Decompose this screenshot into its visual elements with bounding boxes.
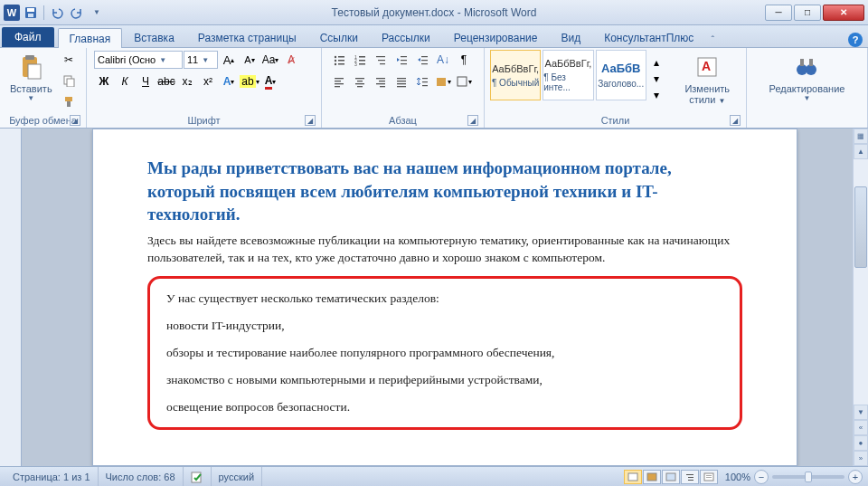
- tab-view[interactable]: Вид: [549, 27, 592, 47]
- line-spacing-icon[interactable]: [412, 71, 432, 91]
- zoom-out-button[interactable]: −: [754, 470, 769, 484]
- framed-line[interactable]: знакомство с новыми компьютерными и пери…: [166, 373, 723, 387]
- style-heading1[interactable]: АаБбВ Заголово...: [596, 50, 646, 100]
- view-print-layout-icon[interactable]: [624, 470, 642, 484]
- multilevel-icon[interactable]: [371, 50, 391, 70]
- qat-customize-icon[interactable]: ▼: [88, 4, 106, 22]
- status-page[interactable]: Страница: 1 из 1: [5, 467, 99, 486]
- font-color-icon[interactable]: A▾: [260, 71, 280, 91]
- bold-button[interactable]: Ж: [94, 71, 114, 91]
- prev-page-icon[interactable]: «: [854, 420, 868, 435]
- view-web-icon[interactable]: [662, 470, 680, 484]
- minimize-ribbon-icon[interactable]: ˆ: [705, 33, 720, 47]
- numbering-icon[interactable]: 123: [350, 50, 370, 70]
- minimize-button[interactable]: ─: [765, 5, 792, 21]
- find-button[interactable]: Редактирование ▼: [765, 50, 850, 105]
- maximize-button[interactable]: □: [794, 5, 821, 21]
- change-case-icon[interactable]: Aa▾: [260, 50, 280, 70]
- framed-line[interactable]: новости IT-индустрии,: [166, 319, 723, 333]
- grow-font-icon[interactable]: A▴: [219, 50, 239, 70]
- borders-icon[interactable]: ▾: [454, 71, 474, 91]
- tab-consultant[interactable]: КонсультантПлюс: [592, 27, 705, 47]
- file-tab[interactable]: Файл: [2, 27, 54, 47]
- zoom-in-button[interactable]: +: [848, 470, 863, 484]
- style-normal[interactable]: АаБбВвГг, ¶ Обычный: [490, 50, 541, 100]
- copy-icon[interactable]: [59, 71, 79, 91]
- style-scroll-down[interactable]: ▾: [650, 71, 663, 87]
- framed-line[interactable]: обзоры и тестирование наиболее популярно…: [166, 346, 723, 360]
- scroll-up-icon[interactable]: ▲: [854, 144, 868, 159]
- status-proofing[interactable]: [184, 467, 212, 486]
- status-words[interactable]: Число слов: 68: [99, 467, 184, 486]
- framed-line[interactable]: освещение вопросов безопасности.: [166, 400, 723, 415]
- save-icon[interactable]: [22, 4, 40, 22]
- app-icon[interactable]: W: [4, 5, 20, 21]
- decrease-indent-icon[interactable]: [392, 50, 411, 70]
- shrink-font-icon[interactable]: A▾: [240, 50, 259, 70]
- framed-line[interactable]: У нас существует несколько тематических …: [166, 291, 723, 306]
- view-draft-icon[interactable]: [700, 470, 718, 484]
- close-button[interactable]: ✕: [823, 5, 864, 21]
- document-heading[interactable]: Мы рады приветствовать вас на нашем инфо…: [147, 157, 742, 226]
- undo-icon[interactable]: [48, 4, 66, 22]
- status-language[interactable]: русский: [212, 467, 262, 486]
- tab-mailings[interactable]: Рассылки: [370, 27, 442, 47]
- align-center-icon[interactable]: [350, 71, 370, 91]
- svg-rect-30: [421, 63, 428, 64]
- tab-review[interactable]: Рецензирование: [442, 27, 550, 47]
- sort-icon[interactable]: A↓: [433, 50, 453, 70]
- zoom-value[interactable]: 100%: [725, 472, 750, 482]
- next-page-icon[interactable]: »: [854, 451, 868, 466]
- cut-icon[interactable]: ✂: [59, 50, 79, 70]
- style-more[interactable]: ▾: [650, 88, 663, 103]
- scroll-down-icon[interactable]: ▼: [854, 405, 868, 420]
- superscript-button[interactable]: x²: [198, 71, 218, 91]
- svg-rect-37: [355, 83, 364, 84]
- tab-insert[interactable]: Вставка: [122, 27, 186, 47]
- font-name-combo[interactable]: Calibri (Осно▼: [94, 51, 183, 69]
- underline-button[interactable]: Ч: [136, 71, 156, 91]
- clipboard-dialog-launcher[interactable]: ◢: [70, 115, 80, 126]
- zoom-knob[interactable]: [805, 472, 812, 482]
- view-fullscreen-icon[interactable]: [643, 470, 661, 484]
- change-styles-button[interactable]: A Изменить стили ▼: [667, 50, 748, 109]
- tab-home[interactable]: Главная: [58, 28, 123, 48]
- justify-icon[interactable]: [392, 71, 411, 91]
- text-effects-icon[interactable]: A▾: [219, 71, 239, 91]
- scroll-track[interactable]: [854, 159, 868, 405]
- style-no-spacing[interactable]: АаБбВвГг, ¶ Без инте...: [542, 50, 593, 100]
- align-right-icon[interactable]: [371, 71, 391, 91]
- style-scroll-up[interactable]: ▴: [650, 55, 663, 71]
- styles-dialog-launcher[interactable]: ◢: [730, 115, 741, 126]
- tab-page-layout[interactable]: Разметка страницы: [186, 27, 308, 47]
- svg-rect-22: [376, 56, 385, 57]
- browse-object-icon[interactable]: ●: [854, 435, 868, 451]
- ruler-toggle-icon[interactable]: ▦: [854, 129, 868, 144]
- font-size-combo[interactable]: 11▼: [184, 51, 218, 69]
- shading-icon[interactable]: ▾: [433, 71, 453, 91]
- font-dialog-launcher[interactable]: ◢: [305, 115, 316, 126]
- page[interactable]: Мы рады приветствовать вас на нашем инфо…: [92, 129, 797, 466]
- show-marks-icon[interactable]: ¶: [454, 50, 474, 70]
- view-outline-icon[interactable]: [681, 470, 699, 484]
- increase-indent-icon[interactable]: [412, 50, 432, 70]
- paste-button[interactable]: Вставить ▼: [5, 50, 57, 105]
- align-left-icon[interactable]: [329, 71, 349, 91]
- scroll-thumb[interactable]: [854, 186, 867, 268]
- format-painter-icon[interactable]: [59, 91, 79, 111]
- paragraph-dialog-launcher[interactable]: ◢: [467, 115, 478, 126]
- subscript-button[interactable]: x₂: [177, 71, 197, 91]
- tab-references[interactable]: Ссылки: [308, 27, 370, 47]
- framed-block[interactable]: У нас существует несколько тематических …: [147, 276, 742, 430]
- vertical-ruler[interactable]: [0, 129, 22, 466]
- vertical-scrollbar[interactable]: ▦ ▲ ▼ « ● »: [853, 129, 868, 466]
- strike-button[interactable]: abc: [156, 71, 176, 91]
- clear-format-icon[interactable]: A̷: [281, 50, 301, 70]
- redo-icon[interactable]: [68, 4, 86, 22]
- italic-button[interactable]: К: [115, 71, 135, 91]
- highlight-icon[interactable]: ab▾: [240, 71, 259, 91]
- bullets-icon[interactable]: [329, 50, 349, 70]
- help-icon[interactable]: ?: [848, 33, 863, 47]
- document-paragraph[interactable]: Здесь вы найдете всевозможные публикации…: [147, 232, 742, 267]
- zoom-slider[interactable]: [772, 475, 844, 479]
